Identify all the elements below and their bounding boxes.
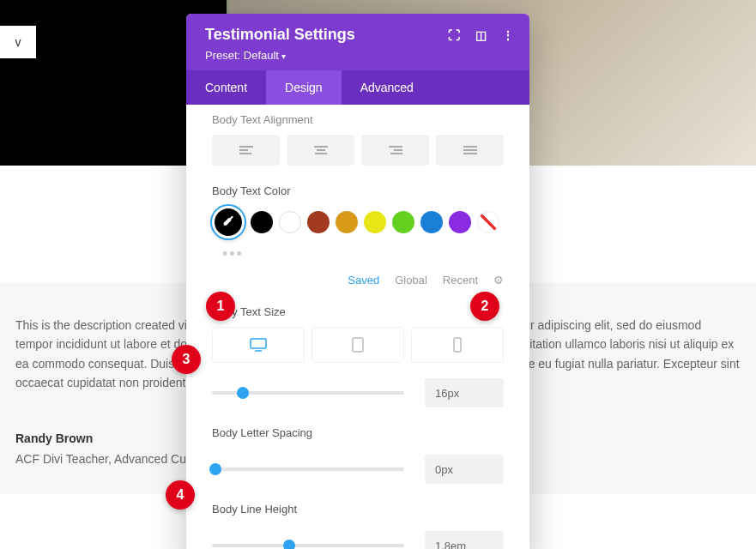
modal-tabs: Content Design Advanced — [186, 70, 529, 105]
slider-text-size — [212, 378, 504, 407]
letter-slider[interactable] — [212, 468, 404, 471]
color-swatch[interactable] — [279, 211, 301, 233]
label-alignment: Body Text Alignment — [212, 113, 504, 126]
gear-icon[interactable]: ⚙ — [493, 274, 504, 287]
color-swatch[interactable] — [392, 211, 414, 233]
size-slider[interactable] — [212, 391, 404, 395]
line-value-input[interactable] — [425, 531, 504, 549]
alignment-row — [212, 135, 504, 166]
color-swatch[interactable] — [336, 211, 358, 233]
expand-icon[interactable]: ⛶ — [448, 28, 460, 42]
callout-4: 4 — [166, 480, 195, 510]
palette-meta: Saved Global Recent ⚙ — [212, 274, 504, 287]
palette-recent[interactable]: Recent — [443, 274, 478, 287]
svg-rect-12 — [251, 339, 266, 348]
line-slider[interactable] — [212, 544, 404, 547]
align-justify-button[interactable] — [436, 135, 504, 166]
size-value-input[interactable] — [425, 378, 504, 407]
tab-content[interactable]: Content — [186, 70, 266, 105]
slider-line-height — [212, 531, 504, 549]
more-colors-button[interactable]: ••• — [222, 245, 504, 263]
device-tabs — [212, 327, 504, 363]
color-swatch-none[interactable] — [477, 211, 499, 233]
label-line-height: Body Line Height — [212, 503, 504, 516]
modal-body: Body Text Alignment Body Text Color ••• … — [186, 113, 529, 549]
hero-small-box: v — [0, 26, 36, 58]
align-left-button[interactable] — [212, 135, 280, 166]
tab-design[interactable]: Design — [266, 70, 342, 105]
svg-rect-15 — [454, 338, 461, 352]
callout-1: 1 — [206, 292, 235, 321]
callout-2: 2 — [470, 292, 499, 321]
align-center-button[interactable] — [287, 135, 354, 166]
eyedropper-button[interactable] — [212, 206, 245, 238]
preset-selector[interactable]: Preset: Default — [205, 49, 514, 62]
tab-advanced[interactable]: Advanced — [342, 70, 432, 105]
color-swatch[interactable] — [449, 211, 471, 233]
slider-letter-spacing — [212, 455, 504, 484]
label-text-color: Body Text Color — [212, 184, 504, 197]
device-desktop-button[interactable] — [212, 327, 305, 363]
label-text-size: Body Text Size — [212, 305, 504, 318]
color-swatch[interactable] — [251, 211, 273, 233]
modal-title: Testimonial Settings — [205, 26, 355, 44]
palette-global[interactable]: Global — [395, 274, 427, 287]
device-tablet-button[interactable] — [311, 327, 404, 363]
menu-icon[interactable]: ⋮ — [502, 28, 514, 42]
letter-value-input[interactable] — [425, 455, 504, 484]
settings-modal: Testimonial Settings ⛶ ◫ ⋮ Preset: Defau… — [186, 14, 529, 549]
color-swatch[interactable] — [420, 211, 443, 233]
help-icon[interactable]: ◫ — [475, 28, 487, 42]
label-letter-spacing: Body Letter Spacing — [212, 426, 504, 439]
color-swatch[interactable] — [364, 211, 386, 233]
color-swatch-row — [212, 206, 504, 238]
palette-saved[interactable]: Saved — [348, 274, 379, 287]
color-swatch[interactable] — [307, 211, 330, 233]
svg-rect-14 — [353, 338, 363, 352]
device-phone-button[interactable] — [411, 327, 504, 363]
align-right-button[interactable] — [361, 135, 429, 166]
callout-3: 3 — [172, 345, 201, 374]
modal-header: Testimonial Settings ⛶ ◫ ⋮ Preset: Defau… — [186, 14, 529, 70]
